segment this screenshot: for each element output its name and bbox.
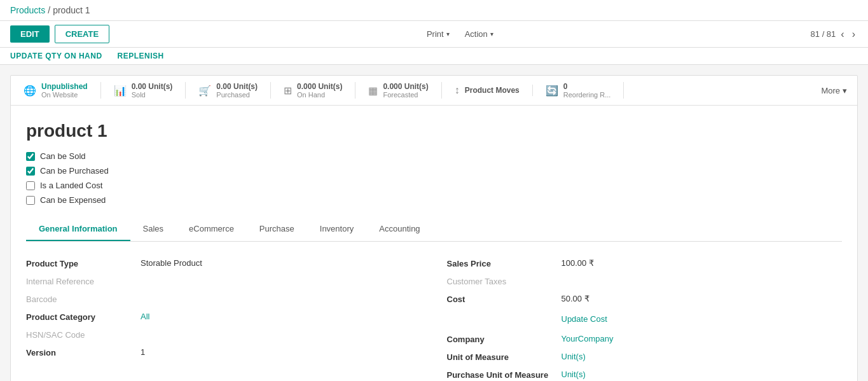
company-value[interactable]: YourCompany — [561, 334, 843, 343]
product-category-value[interactable]: All — [141, 312, 422, 321]
stat-sold[interactable]: 📊 0.00 Unit(s) Sold — [101, 82, 186, 99]
cost-value: 50.00 ₹ — [561, 294, 843, 303]
forecast-icon: ▦ — [368, 85, 378, 97]
stat-forecasted-label: 0.000 Unit(s) — [383, 82, 428, 91]
unit-of-measure-value[interactable]: Unit(s) — [561, 352, 843, 361]
breadcrumb-parent[interactable]: Products — [10, 5, 45, 15]
moves-icon: ↕ — [455, 85, 460, 96]
globe-icon: 🌐 — [24, 85, 36, 97]
tab-general-information[interactable]: General Information — [26, 218, 130, 241]
purchase-unit-label: Purchase Unit of Measure — [447, 370, 561, 380]
stat-product-moves[interactable]: ↕ Product Moves — [442, 85, 533, 96]
pagination: 81 / 81 ‹ › — [811, 27, 858, 41]
pagination-text: 81 / 81 — [811, 29, 836, 39]
field-hsn-sac: HSN/SAC Code — [26, 326, 422, 343]
breadcrumb: Products / product 1 — [10, 5, 90, 15]
cost-label: Cost — [447, 294, 561, 304]
print-caret-icon: ▾ — [446, 31, 450, 38]
page-next-button[interactable]: › — [850, 27, 858, 41]
can-be-expensed-checkbox[interactable] — [26, 196, 35, 205]
stat-sold-sub: Sold — [132, 91, 173, 99]
is-landed-cost-label: Is a Landed Cost — [40, 181, 102, 190]
breadcrumb-separator: / — [48, 5, 50, 15]
grid-icon: ⊞ — [284, 85, 292, 97]
top-bar: Products / product 1 — [0, 0, 868, 21]
tab-accounting[interactable]: Accounting — [366, 218, 432, 241]
sales-price-label: Sales Price — [447, 258, 561, 268]
product-type-value: Storable Product — [141, 258, 422, 268]
field-version: Version 1 — [26, 343, 422, 361]
can-be-purchased-label: Can be Purchased — [40, 166, 109, 176]
checkbox-is-landed-cost: Is a Landed Cost — [26, 181, 842, 190]
hsn-sac-label: HSN/SAC Code — [26, 329, 141, 340]
stat-more-button[interactable]: More ▾ — [821, 86, 847, 95]
stat-purchased-label: 0.00 Unit(s) — [216, 82, 258, 91]
edit-button[interactable]: EDIT — [10, 25, 50, 43]
stat-forecasted[interactable]: ▦ 0.000 Unit(s) Forecasted — [355, 82, 441, 99]
can-be-sold-checkbox[interactable] — [26, 152, 35, 161]
field-purchase-unit-of-measure: Purchase Unit of Measure Unit(s) — [447, 366, 843, 381]
stat-reordering[interactable]: 🔄 0 Reordering R... — [533, 82, 624, 99]
tabs: General Information Sales eCommerce Purc… — [26, 218, 842, 242]
is-landed-cost-checkbox[interactable] — [26, 181, 35, 190]
print-button[interactable]: Print ▾ — [422, 27, 455, 41]
main-content: 🌐 Unpublished On Website 📊 0.00 Unit(s) … — [0, 65, 868, 381]
checkboxes: Can be Sold Can be Purchased Is a Landed… — [26, 151, 842, 205]
can-be-expensed-label: Can be Expensed — [40, 195, 106, 205]
create-button[interactable]: CREATE — [55, 25, 109, 43]
customer-taxes-label: Customer Taxes — [447, 276, 561, 286]
more-label: More — [821, 86, 840, 95]
stat-purchased[interactable]: 🛒 0.00 Unit(s) Purchased — [186, 82, 271, 99]
secondary-bar: UPDATE QTY ON HAND REPLENISH — [0, 48, 868, 65]
action-label: Action — [465, 29, 488, 39]
field-internal-reference: Internal Reference — [26, 272, 422, 290]
field-unit-of-measure: Unit of Measure Unit(s) — [447, 348, 843, 366]
cart-icon: 🛒 — [198, 85, 211, 97]
stat-purchased-sub: Purchased — [216, 91, 258, 99]
can-be-purchased-checkbox[interactable] — [26, 167, 35, 176]
field-cost: Cost 50.00 ₹ — [447, 290, 843, 308]
stat-unpublished-sub: On Website — [41, 91, 88, 99]
stat-on-hand[interactable]: ⊞ 0.000 Unit(s) On Hand — [271, 82, 355, 99]
field-update-cost: Update Cost — [447, 308, 843, 330]
field-product-category: Product Category All — [26, 308, 422, 326]
stat-reorder-label: 0 — [563, 82, 611, 91]
page-prev-button[interactable]: ‹ — [838, 27, 846, 41]
version-label: Version — [26, 347, 141, 357]
form-left-column: Product Type Storable Product Internal R… — [26, 254, 422, 381]
action-button[interactable]: Action ▾ — [460, 27, 499, 41]
stat-unpublished[interactable]: 🌐 Unpublished On Website — [21, 82, 101, 99]
tab-purchase[interactable]: Purchase — [247, 218, 307, 241]
field-sales-price: Sales Price 100.00 ₹ — [447, 254, 843, 272]
field-customer-taxes: Customer Taxes — [447, 272, 843, 290]
stat-reorder-sub: Reordering R... — [563, 91, 611, 99]
can-be-sold-label: Can be Sold — [40, 151, 86, 161]
stat-onhand-label: 0.000 Unit(s) — [297, 82, 342, 91]
checkbox-can-be-purchased: Can be Purchased — [26, 166, 842, 176]
update-cost-button[interactable]: Update Cost — [561, 312, 607, 326]
form-section: Product Type Storable Product Internal R… — [26, 242, 842, 381]
sales-price-value: 100.00 ₹ — [561, 258, 843, 268]
tab-inventory[interactable]: Inventory — [307, 218, 366, 241]
breadcrumb-current: product 1 — [53, 5, 90, 15]
checkbox-can-be-expensed: Can be Expensed — [26, 195, 842, 205]
update-qty-button[interactable]: UPDATE QTY ON HAND — [10, 52, 102, 60]
print-label: Print — [427, 29, 444, 39]
replenish-button[interactable]: REPLENISH — [118, 52, 164, 60]
field-product-type: Product Type Storable Product — [26, 254, 422, 272]
product-category-label: Product Category — [26, 312, 141, 322]
barcode-label: Barcode — [26, 294, 141, 304]
stat-sold-label: 0.00 Unit(s) — [132, 82, 173, 91]
field-barcode: Barcode — [26, 290, 422, 308]
version-value: 1 — [141, 347, 422, 357]
form-right-column: Sales Price 100.00 ₹ Customer Taxes Cost… — [447, 254, 843, 381]
tab-ecommerce[interactable]: eCommerce — [176, 218, 247, 241]
product-title: product 1 — [26, 121, 842, 141]
unit-of-measure-label: Unit of Measure — [447, 352, 561, 362]
tab-sales[interactable]: Sales — [130, 218, 177, 241]
purchase-unit-value[interactable]: Unit(s) — [561, 370, 843, 379]
bar-chart-icon: 📊 — [114, 85, 127, 97]
action-bar: EDIT CREATE Print ▾ Action ▾ 81 / 81 ‹ › — [0, 21, 868, 48]
more-caret-icon: ▾ — [843, 86, 847, 95]
form-grid: Product Type Storable Product Internal R… — [26, 254, 842, 381]
